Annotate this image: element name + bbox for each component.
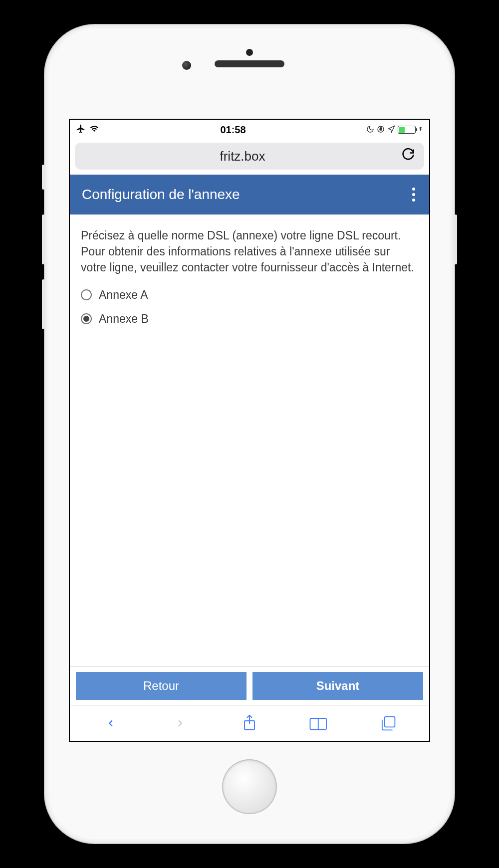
mute-switch xyxy=(42,165,45,190)
reload-icon[interactable] xyxy=(401,148,415,165)
url-text: fritz.box xyxy=(84,149,401,164)
description-text: Précisez à quelle norme DSL (annexe) vot… xyxy=(81,227,418,276)
volume-down xyxy=(42,279,45,329)
page-title: Configuration de l'annexe xyxy=(82,187,410,203)
svg-rect-3 xyxy=(385,716,395,727)
svg-rect-1 xyxy=(380,128,382,130)
app-header: Configuration de l'annexe xyxy=(70,175,429,215)
sensor-icon xyxy=(246,49,253,56)
footer-buttons: Retour Suivant xyxy=(70,666,429,705)
share-icon[interactable] xyxy=(239,712,260,734)
phone-frame: 01:58 xyxy=(45,25,454,843)
next-button[interactable]: Suivant xyxy=(252,672,423,700)
status-bar: 01:58 xyxy=(70,120,429,140)
radio-option-annexe-b[interactable]: Annexe B xyxy=(81,311,418,327)
screen: 01:58 xyxy=(69,119,430,742)
airplane-mode-icon xyxy=(76,124,86,136)
browser-back-icon[interactable] xyxy=(100,712,122,734)
home-button[interactable] xyxy=(222,759,277,814)
url-bar[interactable]: fritz.box xyxy=(75,143,424,170)
moon-icon xyxy=(366,124,374,136)
power-button xyxy=(454,215,457,264)
wifi-icon xyxy=(89,124,100,136)
radio-label: Annexe A xyxy=(99,287,148,303)
bookmarks-icon[interactable] xyxy=(308,712,330,734)
volume-up xyxy=(42,215,45,264)
radio-label: Annexe B xyxy=(99,311,149,327)
status-time: 01:58 xyxy=(100,124,366,136)
radio-icon xyxy=(81,289,92,300)
camera-icon xyxy=(182,61,191,70)
battery-icon xyxy=(398,126,416,134)
speaker-grille xyxy=(215,60,284,67)
menu-icon[interactable] xyxy=(410,186,417,204)
charging-icon xyxy=(418,124,423,136)
content-area: Précisez à quelle norme DSL (annexe) vot… xyxy=(70,215,429,666)
orientation-lock-icon xyxy=(377,124,385,136)
back-button[interactable]: Retour xyxy=(76,672,247,700)
browser-toolbar xyxy=(70,705,429,741)
location-icon xyxy=(387,124,395,136)
tabs-icon[interactable] xyxy=(377,712,399,734)
browser-forward-icon[interactable] xyxy=(169,712,191,734)
radio-icon xyxy=(81,313,92,324)
radio-option-annexe-a[interactable]: Annexe A xyxy=(81,287,418,303)
